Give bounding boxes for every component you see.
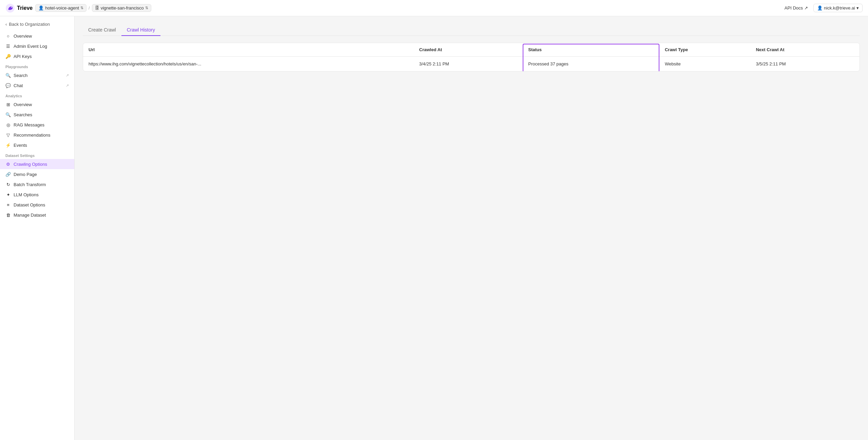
sidebar-item-overview[interactable]: ○ Overview [0,31,74,41]
org-name: hotel-voice-agent [45,5,79,11]
sidebar-item-demo-page[interactable]: 🔗 Demo Page [0,169,74,179]
api-docs-label: API Docs [785,5,803,11]
breadcrumb: 👤 hotel-voice-agent ⇅ / 🗄 vignette-san-f… [35,4,151,12]
back-to-org[interactable]: ‹ Back to Organization [0,19,74,29]
col-header-next-crawl-at: Next Crawl At [750,43,860,57]
cell-status: Processed 37 pages [523,57,659,72]
svg-point-1 [11,6,12,7]
analytics-section-label: Analytics [0,91,74,99]
org-chevron: ⇅ [80,6,83,10]
sidebar-analytics-overview-label: Overview [14,102,32,107]
sidebar-recommendations-label: Recommendations [14,133,50,138]
tab-create-crawl[interactable]: Create Crawl [83,24,121,36]
searches-icon: 🔍 [5,112,11,117]
sidebar-item-events[interactable]: ⚡ Events [0,140,74,150]
breadcrumb-org[interactable]: 👤 hotel-voice-agent ⇅ [35,4,86,12]
user-email: nick.k@trieve.ai [824,5,855,11]
cell-crawl-type: Website [659,57,751,72]
llm-options-icon: ✦ [5,192,11,197]
sidebar-item-recommendations[interactable]: ▽ Recommendations [0,130,74,140]
overview-icon: ○ [5,33,11,39]
crawling-options-icon: ⚙ [5,161,11,167]
sidebar-search-label: Search [14,73,27,78]
cell-crawled-at: 3/4/25 2:11 PM [414,57,523,72]
sidebar-item-llm-options[interactable]: ✦ LLM Options [0,189,74,200]
sidebar: ‹ Back to Organization ○ Overview ☰ Admi… [0,16,75,440]
search-playground-icon: 🔍 [5,73,11,78]
analytics-overview-icon: ⊞ [5,102,11,107]
manage-dataset-icon: 🗑 [5,212,11,218]
dataset-icon: 🗄 [95,5,99,11]
logo-icon [5,3,15,13]
chat-ext-icon: ↗ [66,83,69,88]
sidebar-manage-dataset-label: Manage Dataset [14,213,46,218]
playgrounds-section-label: Playgrounds [0,61,74,70]
sidebar-admin-label: Admin Event Log [14,44,47,49]
col-header-crawl-type: Crawl Type [659,43,751,57]
topbar-right: API Docs ↗ 👤 nick.k@trieve.ai ▾ [785,4,863,12]
recommendations-icon: ▽ [5,132,11,138]
logo: Trieve [5,3,33,13]
rag-icon: ◎ [5,122,11,127]
sidebar-chat-label: Chat [14,83,23,88]
sidebar-item-manage-dataset[interactable]: 🗑 Manage Dataset [0,210,74,220]
cell-next-crawl-at: 3/5/25 2:11 PM [750,57,860,72]
crawl-history-table: Url Crawled At Status Crawl Type Next Cr [83,43,860,71]
external-link-icon: ↗ [804,5,808,11]
col-header-crawled-at: Crawled At [414,43,523,57]
topbar-left: Trieve 👤 hotel-voice-agent ⇅ / 🗄 vignett… [5,3,151,13]
sidebar-crawling-options-label: Crawling Options [14,162,47,167]
batch-transform-icon: ↻ [5,182,11,187]
sidebar-batch-transform-label: Batch Transform [14,182,46,187]
topbar: Trieve 👤 hotel-voice-agent ⇅ / 🗄 vignett… [0,0,868,16]
tabs: Create Crawl Crawl History [83,24,860,36]
table-row: https://www.ihg.com/vignettecollection/h… [83,57,860,72]
table-header-row: Url Crawled At Status Crawl Type Next Cr [83,43,860,57]
sidebar-api-keys-label: API Keys [14,54,32,59]
org-icon: 👤 [38,5,44,11]
sidebar-rag-label: RAG Messages [14,122,44,127]
sidebar-demo-page-label: Demo Page [14,172,37,177]
api-docs-link[interactable]: API Docs ↗ [785,5,808,11]
sidebar-item-rag-messages[interactable]: ◎ RAG Messages [0,120,74,130]
sidebar-item-searches[interactable]: 🔍 Searches [0,109,74,120]
sidebar-item-search[interactable]: 🔍 Search ↗ [0,70,74,80]
main-content: Create Crawl Crawl History Url Crawled A… [75,16,868,440]
tab-crawl-history[interactable]: Crawl History [121,24,160,36]
search-ext-icon: ↗ [66,73,69,78]
dataset-settings-section-label: Dataset Settings [0,150,74,159]
sidebar-item-crawling-options[interactable]: ⚙ Crawling Options [0,159,74,169]
sidebar-item-api-keys[interactable]: 🔑 API Keys [0,51,74,61]
user-chevron: ▾ [856,5,859,11]
layout: ‹ Back to Organization ○ Overview ☰ Admi… [0,16,868,440]
sidebar-searches-label: Searches [14,112,32,117]
sidebar-item-chat[interactable]: 💬 Chat ↗ [0,80,74,91]
api-keys-icon: 🔑 [5,54,11,59]
cell-url: https://www.ihg.com/vignettecollection/h… [83,57,414,72]
user-menu[interactable]: 👤 nick.k@trieve.ai ▾ [813,4,863,12]
user-icon: 👤 [817,5,823,11]
crawl-history-table-container: Url Crawled At Status Crawl Type Next Cr [83,43,860,72]
status-highlight-box: Processed 37 pages [528,61,654,66]
back-label: Back to Organization [9,22,50,27]
admin-event-log-icon: ☰ [5,43,11,49]
dataset-chevron: ⇅ [145,6,148,10]
sidebar-dataset-options-label: Dataset Options [14,202,45,207]
sidebar-item-admin-event-log[interactable]: ☰ Admin Event Log [0,41,74,51]
sidebar-events-label: Events [14,143,27,148]
chat-icon: 💬 [5,83,11,88]
events-icon: ⚡ [5,142,11,148]
breadcrumb-dataset[interactable]: 🗄 vignette-san-francisco ⇅ [92,4,151,12]
sidebar-item-batch-transform[interactable]: ↻ Batch Transform [0,179,74,189]
col-header-url: Url [83,43,414,57]
breadcrumb-sep: / [89,5,90,11]
sidebar-llm-options-label: LLM Options [14,192,39,197]
demo-page-icon: 🔗 [5,172,11,177]
dataset-options-icon: ≡ [5,202,11,207]
sidebar-item-analytics-overview[interactable]: ⊞ Overview [0,99,74,109]
sidebar-overview-label: Overview [14,34,32,39]
col-header-status: Status [523,43,659,57]
logo-text: Trieve [17,5,33,11]
sidebar-item-dataset-options[interactable]: ≡ Dataset Options [0,200,74,210]
dataset-name: vignette-san-francisco [101,5,144,11]
